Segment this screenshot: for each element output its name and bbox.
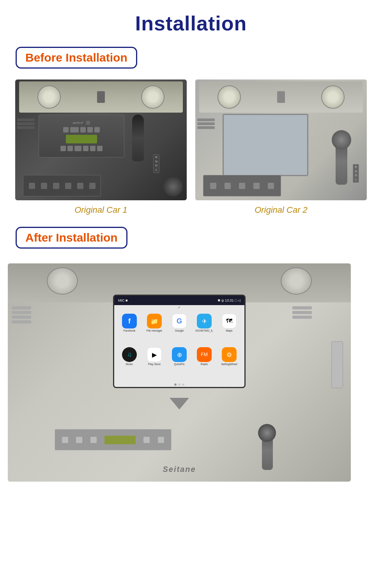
- app-igo-label: iGO/M7WD_IL: [195, 329, 213, 332]
- after-gear-indicator: [170, 398, 189, 410]
- after-climate-panel: [55, 429, 172, 450]
- app-igo: ✈ iGO/M7WD_IL: [193, 314, 216, 345]
- status-center: ✱ ψ 13:31 □ ◁: [218, 298, 241, 302]
- before-installation-badge: Before Installation: [16, 47, 137, 69]
- car1-column: AUTO-P: [15, 79, 187, 215]
- car1-gauge-right: [141, 85, 164, 109]
- app-music: ♫ Music: [118, 347, 141, 378]
- app-grid: f Facebook 📁 File manager G Google ✈ iGO…: [114, 310, 244, 382]
- app-radio-label: Radio: [201, 363, 208, 366]
- car1-radio-buttons: [63, 127, 100, 132]
- after-installation-label: After Installation: [25, 231, 118, 244]
- app-google-label: Google: [175, 329, 184, 332]
- app-google: G Google: [168, 314, 191, 345]
- car1-gear-shifter: [132, 115, 144, 161]
- app-filemanager-label: File manager: [147, 329, 163, 332]
- status-bar: MIC ■ ✱ ψ 13:31 □ ◁: [114, 296, 244, 305]
- after-right-panel: [331, 341, 343, 388]
- car2-column: RNDL: [195, 79, 367, 215]
- car2-image: RNDL: [195, 79, 367, 200]
- seitane-watermark: Seitane: [163, 465, 196, 474]
- app-playstore: ▶ Play Store: [143, 347, 166, 378]
- after-installation-badge: After Installation: [16, 227, 127, 249]
- car1-image: AUTO-P: [15, 79, 187, 200]
- car1-gauge-left: [37, 85, 61, 109]
- app-settingwheel-label: SettingWheel: [221, 363, 237, 366]
- app-settingwheel: ⚙ SettingWheel: [218, 347, 241, 378]
- app-maps: 🗺 Maps: [218, 314, 241, 345]
- car1-label: Original Car 1: [74, 205, 127, 215]
- car1-radio-display: [66, 135, 97, 143]
- car1-gear-labels: RNDL: [153, 154, 159, 173]
- car2-gauge-area: [199, 81, 363, 113]
- car2-screen: [223, 114, 308, 176]
- car2-gauge-right: [321, 85, 345, 109]
- app-facebook: f Facebook: [118, 314, 141, 345]
- car1-gauge-area: [19, 81, 183, 113]
- before-installation-label: Before Installation: [25, 51, 127, 64]
- car1-gear-knob: [163, 177, 183, 196]
- app-quickpic: ⊕ QuickPic: [168, 347, 191, 378]
- after-installation-image: MIC ■ ✱ ψ 13:31 □ ◁ ✓ f Facebook 📁 File …: [8, 263, 351, 482]
- app-facebook-label: Facebook: [124, 329, 136, 332]
- app-music-label: Music: [126, 363, 133, 366]
- app-maps-label: Maps: [226, 329, 232, 332]
- after-right-vents: [292, 306, 312, 319]
- before-images-row: AUTO-P: [8, 79, 374, 215]
- car2-gauge-left: [218, 85, 241, 109]
- car2-label: Original Car 2: [255, 205, 308, 215]
- car1-radio-unit: AUTO-P: [39, 115, 124, 157]
- app-radio: FM Radio: [193, 347, 216, 378]
- app-filemanager: 📁 File manager: [143, 314, 166, 345]
- android-head-unit: MIC ■ ✱ ψ 13:31 □ ◁ ✓ f Facebook 📁 File …: [113, 295, 246, 388]
- after-left-vents: [12, 306, 31, 323]
- car1-climate-panel: [23, 175, 101, 196]
- status-left: MIC ■: [118, 298, 127, 302]
- page-title: Installation: [135, 12, 247, 35]
- app-playstore-label: Play Store: [148, 363, 161, 366]
- car2-vents: [197, 118, 215, 129]
- app-quickpic-label: QuickPic: [174, 363, 185, 366]
- car2-climate-panel: [203, 175, 281, 196]
- car1-center-display: [97, 91, 105, 103]
- after-gear-shifter: [262, 431, 273, 470]
